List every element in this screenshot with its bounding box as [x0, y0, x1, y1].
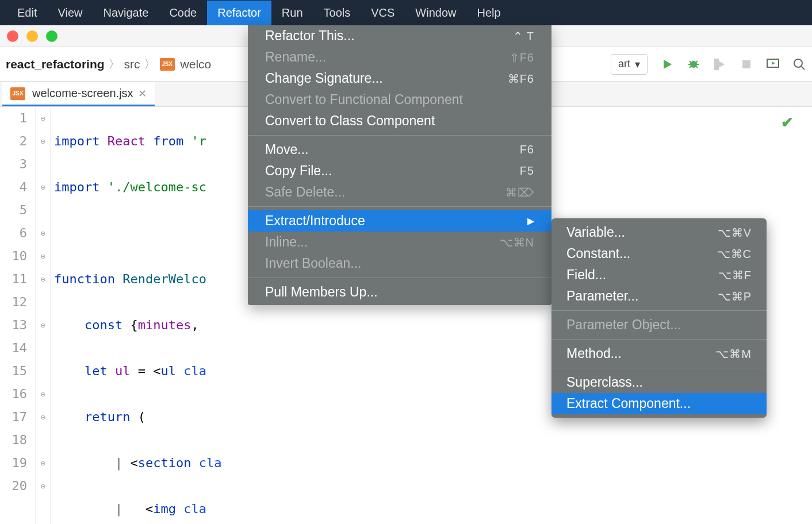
line-number: 18: [0, 429, 27, 452]
svg-marker-12: [772, 61, 775, 65]
menu-safe-delete[interactable]: Safe Delete...⌘⌦: [248, 182, 551, 203]
line-number: 2: [0, 130, 27, 153]
close-window-icon[interactable]: [7, 30, 18, 42]
minimize-window-icon[interactable]: [26, 30, 38, 42]
line-number: 4: [0, 176, 27, 199]
close-tab-icon[interactable]: ✕: [138, 87, 147, 100]
fold-icon[interactable]: ⊕: [36, 222, 50, 245]
svg-line-4: [690, 61, 691, 63]
submenu-extract-component[interactable]: Extract Component...: [551, 393, 767, 414]
svg-line-14: [801, 66, 805, 70]
submenu-field[interactable]: Field...⌥⌘F: [551, 264, 767, 286]
menu-help[interactable]: Help: [466, 1, 511, 25]
menu-refactor-this[interactable]: Refactor This...⌃ T: [248, 25, 551, 47]
run-button[interactable]: [660, 57, 674, 71]
menu-code[interactable]: Code: [159, 1, 207, 25]
svg-point-13: [794, 59, 802, 67]
menu-window[interactable]: Window: [405, 1, 466, 25]
menu-separator: [551, 368, 767, 368]
line-number: 19: [0, 452, 27, 475]
svg-line-7: [696, 66, 698, 68]
fold-icon[interactable]: ⊖: [36, 245, 50, 268]
refactor-menu: Refactor This...⌃ T Rename...⇧F6 Change …: [248, 25, 551, 305]
fold-icon[interactable]: ⊖: [36, 268, 50, 291]
chevron-down-icon: ▾: [635, 58, 640, 71]
svg-line-6: [690, 66, 691, 68]
menu-separator: [551, 339, 767, 340]
submenu-variable[interactable]: Variable...⌥⌘V: [551, 222, 767, 243]
line-number: 20: [0, 475, 27, 498]
menu-change-signature[interactable]: Change Signature...⌘F6: [248, 68, 551, 89]
menu-convert-class[interactable]: Convert to Class Component: [248, 110, 551, 132]
menu-copy-file[interactable]: Copy File...F5: [248, 160, 551, 182]
menu-edit[interactable]: Edit: [7, 1, 47, 25]
line-number: 15: [0, 360, 27, 383]
svg-rect-9: [714, 59, 719, 70]
menu-view[interactable]: View: [47, 1, 93, 25]
file-tab-label: welcome-screen.jsx: [32, 87, 133, 100]
maximize-window-icon[interactable]: [46, 30, 58, 42]
breadcrumb-folder[interactable]: src: [124, 57, 140, 71]
svg-rect-10: [742, 60, 750, 68]
menu-separator: [248, 206, 551, 207]
menu-move[interactable]: Move...F6: [248, 139, 551, 160]
line-number: 6: [0, 222, 27, 245]
svg-marker-0: [664, 60, 672, 69]
inspection-ok-icon[interactable]: ✔: [781, 114, 794, 132]
jsx-file-icon: JSX: [160, 58, 175, 71]
menu-rename[interactable]: Rename...⇧F6: [248, 47, 551, 68]
fold-icon[interactable]: ⊖: [36, 130, 50, 153]
menubar: Edit View Navigate Code Refactor Run Too…: [0, 0, 812, 25]
coverage-button[interactable]: [713, 57, 727, 71]
menu-vcs[interactable]: VCS: [361, 1, 405, 25]
menu-separator: [248, 135, 551, 136]
line-number: 14: [0, 337, 27, 360]
submenu-constant[interactable]: Constant...⌥⌘C: [551, 243, 767, 264]
fold-gutter: ⊖ ⊖ ⊖ ⊕ ⊖ ⊖ ⊖ ⊖ ⊖ ⊖ ⊖: [36, 107, 51, 524]
chevron-right-icon: 〉: [144, 56, 156, 73]
line-number: 12: [0, 291, 27, 314]
breadcrumb-file[interactable]: welco: [181, 57, 212, 71]
profiler-button[interactable]: [766, 57, 780, 71]
menu-pull-members-up[interactable]: Pull Members Up...: [248, 282, 551, 303]
menu-run[interactable]: Run: [271, 1, 313, 25]
menu-extract-introduce[interactable]: Extract/Introduce▶: [248, 210, 551, 232]
jsx-file-icon: JSX: [10, 87, 25, 100]
menu-tools[interactable]: Tools: [313, 1, 361, 25]
menu-refactor[interactable]: Refactor: [207, 1, 271, 25]
run-config-label: art: [618, 58, 630, 70]
extract-submenu: Variable...⌥⌘V Constant...⌥⌘C Field...⌥⌘…: [551, 218, 767, 418]
fold-icon[interactable]: ⊖: [36, 406, 50, 429]
file-tab-active[interactable]: JSX welcome-screen.jsx ✕: [2, 82, 155, 106]
submenu-arrow-icon: ▶: [527, 215, 534, 226]
menu-navigate[interactable]: Navigate: [93, 1, 159, 25]
stop-button[interactable]: [740, 57, 753, 71]
menu-separator: [248, 278, 551, 278]
fold-icon[interactable]: ⊖: [36, 314, 50, 337]
line-number: 1: [0, 107, 27, 130]
breadcrumb: react_refactoring 〉 src 〉 JSX welco: [6, 56, 211, 73]
fold-icon[interactable]: ⊖: [36, 107, 50, 130]
line-number: 5: [0, 199, 27, 222]
breadcrumb-project[interactable]: react_refactoring: [6, 57, 105, 71]
run-config-dropdown[interactable]: art ▾: [611, 54, 648, 75]
submenu-parameter-object[interactable]: Parameter Object...: [551, 314, 767, 336]
submenu-superclass[interactable]: Superclass...: [551, 372, 767, 393]
fold-icon[interactable]: ⊖: [36, 176, 50, 199]
svg-line-5: [696, 61, 698, 63]
debug-button[interactable]: [687, 57, 700, 71]
line-number: 10: [0, 245, 27, 268]
submenu-parameter[interactable]: Parameter...⌥⌘P: [551, 286, 767, 307]
line-number: 16: [0, 383, 27, 406]
line-gutter: 1 2 3 4 5 6 10 11 12 13 14 15 16 17 18 1…: [0, 107, 36, 524]
search-button[interactable]: [792, 57, 806, 71]
submenu-method[interactable]: Method...⌥⌘M: [551, 343, 767, 364]
menu-inline[interactable]: Inline...⌥⌘N: [248, 232, 551, 253]
fold-icon[interactable]: ⊖: [36, 475, 50, 498]
menu-invert-boolean[interactable]: Invert Boolean...: [248, 253, 551, 274]
menu-convert-functional[interactable]: Convert to Functional Component: [248, 89, 551, 110]
fold-icon[interactable]: ⊖: [36, 452, 50, 475]
line-number: 3: [0, 153, 27, 176]
fold-icon[interactable]: ⊖: [36, 383, 50, 406]
line-number: 13: [0, 314, 27, 337]
